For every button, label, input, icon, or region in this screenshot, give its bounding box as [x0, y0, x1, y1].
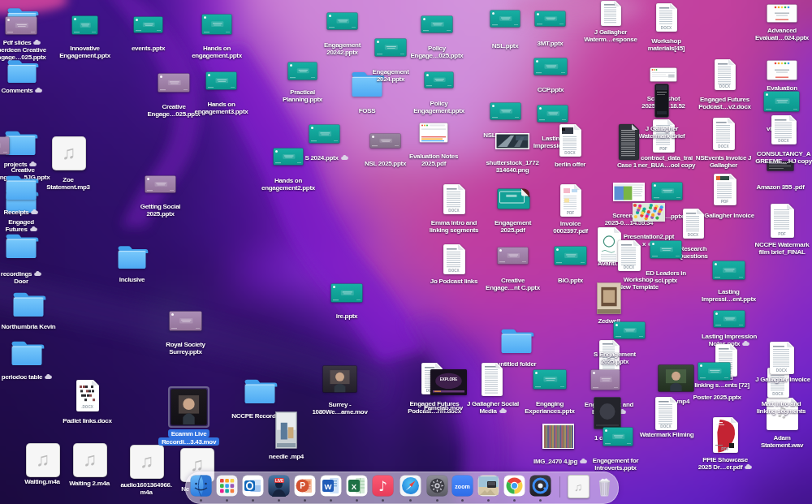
- powerpoint-icon[interactable]: P: [294, 475, 316, 497]
- file-emma-intro-docx[interactable]: DOCXEmma Intro andlinking segments: [443, 183, 465, 214]
- file-nsl-onli-pptx[interactable]: NSL Onli…pptx: [490, 102, 521, 120]
- file-engagement-20242-pptx[interactable]: Engagement20242.pptx: [326, 12, 358, 30]
- file-research-questions-docx[interactable]: DOCXResearchQuestions: [682, 208, 704, 239]
- file-ed-leaders-pptx[interactable]: ED Leaders insci.pptx: [650, 240, 682, 259]
- system-settings-icon[interactable]: [426, 475, 448, 497]
- file-unknown-pptx[interactable]: ….pptx: [651, 182, 683, 200]
- file-lasting-impression-notes-pptx[interactable]: Lasting ImpressionNotes.pptx: [713, 310, 745, 328]
- chrome-icon[interactable]: [503, 475, 525, 497]
- launchpad-icon[interactable]: [216, 475, 238, 497]
- folder-inclusive-label: Inclusive: [76, 276, 189, 283]
- folder-comments[interactable]: Comments: [6, 57, 37, 84]
- ecamm-live-icon[interactable]: LIVE: [268, 475, 290, 497]
- file-workshop-materials-docx[interactable]: DOCXWorkshopmaterials[45]: [655, 2, 677, 32]
- file-ecamm-live-recording-mov[interactable]: Ecamm LiveRecordi…3.43.mov: [171, 389, 207, 425]
- file-evaluation-notes-2025-pdf[interactable]: Evaluation Notes2025.pdf: [419, 123, 448, 143]
- file-hands-on-engagement3-pptx-icon: [205, 71, 237, 90]
- file-j-gallagher-watermark-brief[interactable]: J GallagherWatermark Brief: [654, 84, 669, 118]
- folder-northumbria-kevin[interactable]: Northumbria Kevin: [12, 289, 45, 317]
- file-padlet-links-docx[interactable]: .DOCXPadlet links.docx: [76, 379, 99, 411]
- file-presentation2-pptx[interactable]: Presentation2.pptx: [633, 203, 665, 222]
- file-innovative-engagement-pptx[interactable]: InnovativeEngagement.pptx: [71, 15, 98, 35]
- file-advanced-evaluati-pptx[interactable]: AdvancedEvaluati…024.pptx: [767, 4, 797, 23]
- file-unknown-pptx-icon: [651, 182, 683, 200]
- file-j-gallagher-waterm-response[interactable]: J GallagherWaterm…esponse: [600, 0, 621, 26]
- file-shutterstock-1772314640-png[interactable]: shutterstock_1772314640.png: [495, 133, 529, 149]
- file-getting-social-2025-pptx[interactable]: Getting Social2025.pptx: [145, 175, 176, 193]
- file-famelab-mov[interactable]: EXPLOREFamelab.mov: [430, 369, 467, 395]
- file-engagement-2025-pdf-icon: [496, 188, 529, 207]
- folder-periodoc-table[interactable]: periodoc table: [11, 338, 43, 366]
- file-nccpe-watermark-pdf[interactable]: PDFNCCPE Watermarkfilm brief_FINAL: [770, 203, 794, 238]
- file-zoe-statement-mp3[interactable]: ♫ZoeStatement.mp3: [52, 136, 84, 169]
- file-3mt-pptx[interactable]: 3MT.pptx: [534, 11, 566, 27]
- folder-recordings-door[interactable]: recordings Door: [5, 230, 37, 259]
- file-lasting-impression-pptx[interactable]: LastingImpression…: [537, 105, 568, 123]
- file-creative-engage-025-pptx[interactable]: CreativeEngage…025.pptx: [158, 73, 190, 93]
- file-case-1-ner-bua[interactable]: Case 1 ner_BUA…ool copy: [618, 123, 639, 160]
- apple-music-icon[interactable]: ♪: [372, 475, 394, 497]
- file-aberdeen-creative-pptx[interactable]: Aberdeen CreativeEngage…025.pptx: [5, 16, 37, 35]
- file-consultancy-agreement[interactable]: DOCXCONSULTANCY_AGREEME…HJ copy: [771, 114, 797, 144]
- file-engagement-2025-pdf[interactable]: Engagement2025.pdf: [496, 188, 529, 207]
- file-case-1-ner-bua-icon: [618, 123, 639, 160]
- file-engagement-and-edi-pptx[interactable]: Engagement andEDI.pptx: [590, 369, 620, 390]
- file-j-gallagher-invoice-docx[interactable]: DOCXJ Gallagher Invoice: [769, 341, 794, 374]
- file-nsevents-invoice[interactable]: DOCXNSEvents Invoice JGallagher: [712, 117, 735, 150]
- folder-untitled[interactable]: untitled folder: [500, 325, 533, 354]
- zoom-icon[interactable]: zoom: [451, 475, 473, 497]
- file-workshop-new-template[interactable]: DOCXWorkshopNew Template: [617, 239, 641, 271]
- file-surrey-1080-mov[interactable]: Surrey -1080We…ame.mov: [322, 365, 357, 393]
- file-needle-mp4[interactable]: needle .mp4: [275, 411, 297, 449]
- photo-window-icon[interactable]: [477, 475, 499, 497]
- file-audio1601364966-m4a[interactable]: ♫audio1601364966.m4a: [130, 445, 162, 477]
- excel-icon[interactable]: X: [346, 475, 368, 497]
- file-zedwell[interactable]: Zedwell: [597, 282, 621, 314]
- file-practical-planning-pptx[interactable]: PracticalPlanning.pptx: [287, 62, 317, 80]
- file-j-gallagher-social-media[interactable]: J Gallagher SocialMedia: [481, 362, 503, 396]
- file-screenshot-2025-0-14-59-34[interactable]: Screenshot2025-0…14.59.34: [613, 183, 645, 201]
- trash-icon[interactable]: [594, 475, 615, 497]
- file-nsl-2025-pptx[interactable]: NSL 2025.pptx: [369, 133, 401, 149]
- file-creative-engage-5jg-pptx[interactable]: CreativeEngage…5JG.pptx: [0, 136, 10, 155]
- file-engaging-experiances-pptx[interactable]: EngagingExperiances.pptx: [533, 369, 567, 390]
- word-icon[interactable]: W: [320, 475, 342, 497]
- file-hands-on-engagement3-pptx[interactable]: Hands onengagement3.pptx: [205, 71, 237, 90]
- file-s-2024-pptx[interactable]: S 2024.pptx: [309, 124, 340, 144]
- file-ccp-pptx[interactable]: CCP.pptx: [533, 58, 568, 75]
- label-line: Padlet links.docx: [31, 417, 145, 424]
- folder-receipts[interactable]: Receipts: [5, 172, 37, 200]
- icon-graphic: recordings: [1, 270, 41, 278]
- file-ppie-showcase-pdf[interactable]: PDFPPIE Showcase2025 Dr…er.pdf: [712, 416, 738, 453]
- file-evaluation-pptx[interactable]: Evaluation: [767, 60, 797, 80]
- file-ire-pptx[interactable]: ire.pptx: [330, 283, 363, 303]
- file-policy-engagement-pptx[interactable]: PolicyEngagement.pptx: [424, 71, 454, 88]
- file-jo-podcast-links[interactable]: DOCXJo Podcast links: [443, 243, 465, 274]
- folder-nccpe-recordings[interactable]: NCCPE Recordings: [244, 376, 276, 404]
- file-watermark-filming-docx[interactable]: DOCXWatermark Filming: [654, 396, 677, 430]
- folder-inclusive[interactable]: Inclusive: [117, 243, 147, 269]
- file-research-questions-docx-icon: DOCX: [682, 208, 704, 239]
- running-indicator-dot: [278, 499, 280, 502]
- quicktime-icon[interactable]: [529, 475, 551, 497]
- file-hands-on-engagement-pptx[interactable]: Hands onengagement.pptx: [201, 14, 232, 35]
- file-s-engagement-2025-pptx[interactable]: S Engagement2025.pptx: [613, 321, 646, 339]
- file-royal-society-surrey-pptx[interactable]: Royal SocietySurrey.pptx: [169, 311, 202, 331]
- file-policy-engage-025-pptx[interactable]: PolicyEngage…025.pptx: [421, 15, 453, 33]
- file-events-pptx[interactable]: events.pptx: [133, 16, 163, 33]
- finder-icon[interactable]: [190, 475, 212, 497]
- file-j-gallagher-invoice-pdf[interactable]: PDFJ Gallagher Invoice: [713, 173, 736, 205]
- file-nsl-pptx[interactable]: NSL.pptx: [490, 10, 520, 28]
- safari-icon[interactable]: [400, 475, 421, 497]
- file-creative-engage-nt-c-pptx[interactable]: CreativeEngage…nt C.pptx: [497, 247, 529, 265]
- file-waiting-m4a[interactable]: ♫Waiting.m4a: [26, 443, 58, 476]
- file-hands-on-engagement2-pptx[interactable]: Hands onengagement2.pptx: [273, 148, 304, 166]
- file-berlin-offer[interactable]: DOCXberlin offer: [559, 123, 581, 157]
- file-lasting-impressi-ent-pptx[interactable]: LastingImpressi…ent.pptx: [712, 261, 745, 280]
- music-file-icon[interactable]: ♫: [568, 475, 590, 497]
- file-img-2470-4-jpg[interactable]: IMG_2470 4.jpg: [542, 424, 574, 449]
- file-waiting-2-m4a[interactable]: ♫Waiting 2.m4a: [73, 443, 106, 476]
- outlook-icon[interactable]: [242, 475, 264, 497]
- file-screenshot-2025-10-18-52[interactable]: Screenshot2025-10…18.52: [650, 67, 677, 82]
- file-video-pptx[interactable]: video.pptx: [763, 91, 800, 112]
